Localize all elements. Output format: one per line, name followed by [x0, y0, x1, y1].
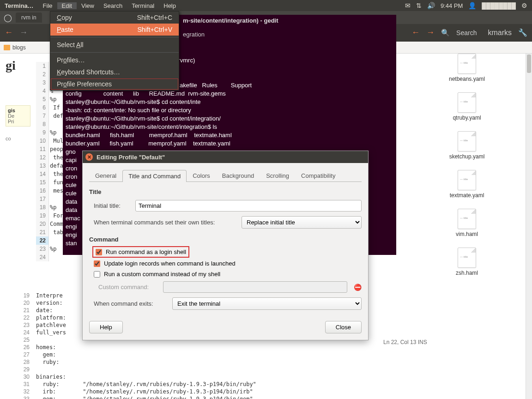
menu-item-profile-preferences[interactable]: Profile Preferences — [50, 78, 179, 90]
dialog-titlebar[interactable]: ✕ Editing Profile "Default" — [83, 151, 368, 163]
gedit-sub-behind: egration — [183, 30, 205, 39]
file-item[interactable]: --- titlenetbeans.yaml — [409, 54, 525, 82]
file-icon: --- title — [458, 92, 476, 113]
menu-terminal[interactable]: Terminal — [127, 2, 159, 9]
close-icon[interactable]: ✕ — [85, 153, 93, 161]
gedit-line-gutter: 123456789101112131415161718192021222324 — [36, 62, 49, 261]
dialog-tab-compatibility[interactable]: Compatibility — [295, 169, 341, 181]
custom-command-checkbox-row[interactable]: Run a custom command instead of my shell — [94, 271, 362, 278]
menu-item-select-all[interactable]: Select All — [50, 39, 179, 51]
initial-title-label: Initial title: — [94, 202, 131, 209]
menu-item-profiles-[interactable]: Profiles… — [50, 54, 179, 66]
menu-help[interactable]: Help — [159, 2, 181, 9]
file-item[interactable]: --- titletextmate.yaml — [409, 170, 525, 199]
help-button[interactable]: Help — [89, 321, 123, 333]
exit-action-label: When command exits: — [94, 300, 168, 307]
search-icon[interactable]: 🔍 — [441, 29, 450, 37]
update-records-label: Update login records when command is lau… — [104, 260, 236, 267]
dialog-tab-background[interactable]: Background — [216, 169, 260, 181]
file-label: netbeans.yaml — [449, 76, 485, 82]
menu-file[interactable]: File — [38, 2, 57, 9]
title-behavior-select[interactable]: Replace initial title — [242, 216, 362, 229]
custom-command-label: Run a custom command instead of my shell — [104, 271, 220, 278]
custom-command-checkbox[interactable] — [94, 271, 100, 278]
folder-icon — [4, 45, 10, 50]
power-icon[interactable]: ⚙ — [521, 2, 527, 9]
file-item[interactable]: --- titlesketchup.yaml — [409, 131, 525, 160]
gist-col-header: co — [6, 136, 30, 141]
file-icon: --- title — [458, 248, 476, 268]
file-label: sketchup.yaml — [449, 153, 485, 160]
edit-dropdown-menu: CopyShift+Ctrl+CPasteShift+Ctrl+VSelect … — [50, 11, 179, 91]
dialog-title: Editing Profile "Default" — [97, 154, 165, 161]
file-label: vim.haml — [456, 231, 478, 237]
gist-box-line: Pri — [8, 119, 28, 124]
file-icon: --- title — [458, 170, 476, 190]
top-panel: Termina… File Edit View Search Terminal … — [0, 0, 532, 11]
file-icon: --- title — [458, 209, 476, 229]
initial-title-input[interactable] — [135, 200, 362, 212]
menu-edit[interactable]: Edit — [57, 2, 77, 9]
file-label: qtruby.yaml — [453, 115, 481, 121]
file-label: textmate.yaml — [450, 192, 484, 199]
update-records-checkbox[interactable] — [94, 260, 100, 267]
dialog-tab-scrolling[interactable]: Scrolling — [260, 169, 295, 181]
file-item[interactable]: --- titleqtruby.yaml — [409, 92, 525, 121]
dialog-tab-colors[interactable]: Colors — [187, 169, 216, 181]
dialog-tab-general[interactable]: General — [89, 169, 122, 181]
file-grid: --- titlenetbeans.yaml--- titleqtruby.ya… — [409, 54, 525, 276]
profile-preferences-dialog: ✕ Editing Profile "Default" GeneralTitle… — [82, 151, 369, 340]
forward-icon[interactable]: → — [19, 28, 28, 37]
user-icon[interactable]: 👤 — [468, 2, 476, 9]
back-icon[interactable]: ← — [5, 28, 13, 37]
menu-view[interactable]: View — [77, 2, 99, 9]
gist-logo: gi — [6, 58, 30, 73]
gist-sidebar: gi gis De Pri co — [6, 54, 30, 141]
github-icon: ◯ — [4, 13, 12, 22]
gedit-title-behind: m-site/content/integration) - gedit — [183, 17, 278, 25]
dialog-tab-title-and-command[interactable]: Title and Command — [122, 170, 187, 182]
exit-action-select[interactable]: Exit the terminal — [172, 297, 362, 310]
mail-icon[interactable]: ✉ — [405, 2, 411, 9]
gedit-line-gutter-lower: 192021222324252627282930313233 — [19, 292, 31, 399]
network-icon[interactable]: ⇅ — [416, 2, 422, 9]
gist-box-title: gis — [8, 108, 28, 113]
volume-icon[interactable]: 🔊 — [427, 2, 435, 9]
gist-box-line: De — [8, 113, 28, 119]
wrench-icon[interactable]: 🔧 — [518, 28, 527, 37]
scrollbar[interactable] — [526, 54, 532, 399]
login-shell-label: Run command as a login shell — [106, 248, 186, 255]
file-icon: --- title — [458, 54, 476, 74]
close-button[interactable]: Close — [325, 321, 362, 333]
app-title: Termina… — [0, 2, 38, 9]
bookmark-item[interactable]: blogs — [12, 44, 26, 51]
file-browser-panel: --- titlenetbeans.yaml--- titleqtruby.ya… — [409, 54, 525, 286]
warning-icon: ⛔ — [354, 284, 362, 291]
section-title: Title — [89, 188, 362, 195]
file-icon: --- title — [458, 131, 476, 151]
user-name[interactable]: ████████ — [482, 2, 516, 9]
clock[interactable]: 9:44 PM — [441, 2, 463, 9]
menu-item-copy[interactable]: CopyShift+Ctrl+C — [50, 12, 179, 24]
login-shell-checkbox[interactable] — [96, 249, 102, 255]
file-label: zsh.haml — [456, 270, 478, 276]
gedit-status-bar: Ln 22, Col 13 INS — [383, 339, 427, 345]
bookmarks-right[interactable]: kmarks — [488, 29, 512, 37]
menu-search[interactable]: Search — [99, 2, 127, 9]
menu-item-keyboard-shortcuts-[interactable]: Keyboard Shortcuts… — [50, 66, 179, 78]
browser-tab[interactable]: rvm in — [16, 12, 42, 23]
nav-forward-icon[interactable]: → — [426, 28, 435, 37]
gist-info-box: gis De Pri — [6, 105, 30, 127]
login-shell-checkbox-row[interactable]: Run command as a login shell — [94, 248, 188, 256]
file-item[interactable]: --- titlevim.haml — [409, 209, 525, 237]
menu-item-paste[interactable]: PasteShift+Ctrl+V — [50, 24, 179, 36]
custom-command-field-label: Custom command: — [98, 284, 158, 290]
nav-back-icon[interactable]: ← — [411, 28, 420, 37]
title-behavior-label: When terminal commands set their own tit… — [94, 219, 237, 226]
custom-command-input — [163, 281, 347, 293]
search-label[interactable]: Search — [456, 29, 477, 36]
section-command: Command — [89, 236, 362, 243]
scrollbar-thumb[interactable] — [527, 54, 531, 73]
update-records-checkbox-row[interactable]: Update login records when command is lau… — [94, 260, 362, 267]
file-item[interactable]: --- titlezsh.haml — [409, 248, 525, 276]
